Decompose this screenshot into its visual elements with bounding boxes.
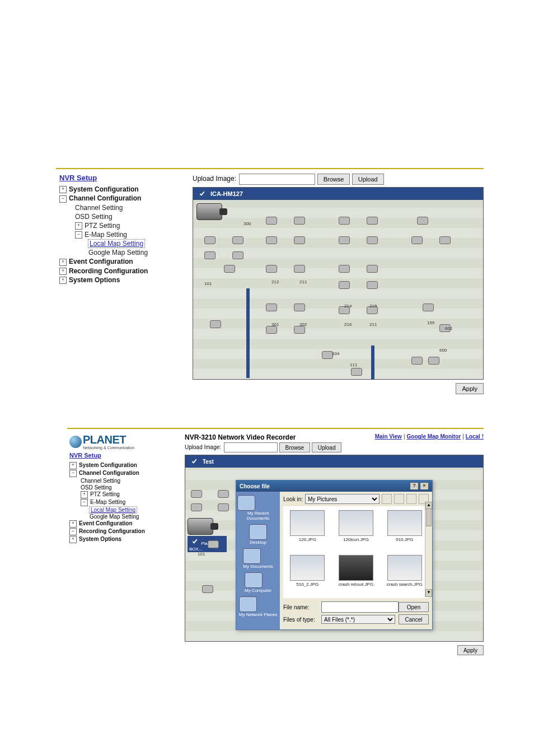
back-icon[interactable] xyxy=(382,494,392,504)
camera-visible-checkbox[interactable] xyxy=(199,190,205,197)
camera-marker[interactable] xyxy=(367,236,378,244)
camera-marker[interactable] xyxy=(266,236,277,244)
camera-marker[interactable] xyxy=(204,236,216,244)
camera-marker[interactable] xyxy=(367,217,378,225)
camera-marker[interactable] xyxy=(266,304,277,311)
tree-item-google-map-setting[interactable]: Google Map Setting xyxy=(59,249,188,256)
place-my-computer[interactable]: My Computer xyxy=(245,572,271,593)
tree-item-osd-setting[interactable]: OSD Setting xyxy=(59,213,188,221)
open-button[interactable]: Open xyxy=(399,602,429,612)
tree-item-event-configuration[interactable]: +Event Configuration xyxy=(59,258,188,265)
expand-icon[interactable]: + xyxy=(75,222,82,230)
camera-marker[interactable] xyxy=(266,326,277,334)
file-name-input[interactable] xyxy=(321,601,399,613)
tree-item-channel-configuration[interactable]: −Channel Configuration xyxy=(69,470,181,477)
camera-marker[interactable] xyxy=(294,236,305,244)
apply-button[interactable]: Apply xyxy=(457,645,484,655)
camera-marker[interactable] xyxy=(191,490,202,498)
camera-marker[interactable] xyxy=(339,281,350,289)
camera-checkbox[interactable] xyxy=(191,538,198,545)
file-item[interactable]: 120.JPG xyxy=(287,510,328,549)
look-in-select[interactable]: My Pictures xyxy=(305,494,380,504)
file-item[interactable]: 510_2.JPG xyxy=(287,555,328,594)
camera-marker[interactable] xyxy=(266,217,277,225)
tree-item-system-options[interactable]: +System Options xyxy=(59,276,188,284)
camera-marker[interactable] xyxy=(428,357,439,365)
scrollbar[interactable]: ▲ ▼ xyxy=(425,502,432,597)
tree-item-local-map-setting[interactable]: Local Map Setting xyxy=(69,507,181,513)
expand-icon[interactable]: + xyxy=(59,186,67,193)
nvr-setup-heading[interactable]: NVR Setup xyxy=(59,174,188,182)
expand-icon[interactable]: + xyxy=(59,268,67,275)
camera-marker[interactable] xyxy=(210,320,221,328)
emap-canvas[interactable]: ICA-HM127 xyxy=(193,187,484,380)
tree-item-system-options[interactable]: +System Options xyxy=(69,536,181,543)
link-google-map-monitor[interactable]: Google Map Monitor xyxy=(407,433,461,440)
tree-item-google-map-setting[interactable]: Google Map Setting xyxy=(69,514,181,520)
tree-item-system-configuration[interactable]: +System Configuration xyxy=(69,462,181,469)
place-my-network[interactable]: My Network Places xyxy=(239,596,277,617)
tree-item-system-configuration[interactable]: +System Configuration xyxy=(59,185,188,193)
help-icon[interactable]: ? xyxy=(410,482,419,490)
up-icon[interactable] xyxy=(394,494,404,504)
close-icon[interactable]: × xyxy=(420,482,429,490)
floorplan-image[interactable]: Planet BOX... 101 Choose file ? × xyxy=(185,468,483,641)
collapse-icon[interactable]: − xyxy=(81,499,88,506)
camera-marker[interactable] xyxy=(232,236,243,244)
camera-marker[interactable] xyxy=(224,265,235,273)
camera-marker[interactable] xyxy=(367,265,378,273)
emap-canvas[interactable]: Test Planet BOX... 101 xyxy=(185,455,484,642)
camera-marker[interactable] xyxy=(208,540,219,548)
upload-button[interactable]: Upload xyxy=(352,174,384,185)
camera-marker[interactable] xyxy=(417,217,428,225)
tree-item-ptz-setting[interactable]: +PTZ Setting xyxy=(69,491,181,498)
expand-icon[interactable]: + xyxy=(59,277,67,284)
camera-marker[interactable] xyxy=(266,265,277,273)
place-desktop[interactable]: Desktop xyxy=(249,524,267,545)
tree-item-recording-configuration[interactable]: −Recording Configuration xyxy=(69,528,181,535)
browse-button[interactable]: Browse xyxy=(279,442,310,452)
tree-item-emap-setting[interactable]: −E-Map Setting xyxy=(69,499,181,506)
camera-draggable[interactable]: Planet BOX... xyxy=(188,518,227,552)
camera-marker[interactable] xyxy=(367,281,378,289)
upload-path-input[interactable] xyxy=(239,174,315,185)
camera-draggable[interactable] xyxy=(196,203,236,220)
expand-icon[interactable]: + xyxy=(69,536,77,543)
link-main-view[interactable]: Main View xyxy=(375,433,402,440)
file-item[interactable]: crash reboot.JPG xyxy=(336,555,377,594)
camera-marker[interactable] xyxy=(351,368,362,376)
camera-visible-checkbox[interactable] xyxy=(191,458,198,465)
camera-marker[interactable] xyxy=(339,217,350,225)
tree-item-channel-setting[interactable]: Channel Setting xyxy=(69,478,181,484)
tree-item-emap-setting[interactable]: −E-Map Setting xyxy=(59,231,188,239)
place-my-recent[interactable]: My Recent Documents xyxy=(237,495,279,521)
tree-item-osd-setting[interactable]: OSD Setting xyxy=(69,484,181,491)
expand-icon[interactable]: + xyxy=(69,520,77,528)
place-my-documents[interactable]: My Documents xyxy=(243,548,273,569)
file-item[interactable]: 510.JPG xyxy=(384,510,425,549)
tree-item-channel-configuration[interactable]: −Channel Configuration xyxy=(59,194,188,202)
link-local[interactable]: Local ! xyxy=(466,433,484,440)
collapse-icon[interactable]: − xyxy=(59,195,67,203)
tree-item-ptz-setting[interactable]: +PTZ Setting xyxy=(59,222,188,230)
expand-icon[interactable]: + xyxy=(59,259,67,266)
camera-marker[interactable] xyxy=(232,251,243,259)
tree-item-local-map-setting[interactable]: Local Map Setting xyxy=(59,240,188,248)
camera-marker[interactable] xyxy=(218,503,229,511)
file-type-select[interactable]: All Files (*.*) xyxy=(321,615,395,624)
camera-marker[interactable] xyxy=(204,251,216,259)
camera-marker[interactable] xyxy=(411,236,423,244)
apply-button[interactable]: Apply xyxy=(456,383,484,394)
scroll-thumb[interactable] xyxy=(426,508,432,526)
camera-marker[interactable] xyxy=(294,326,305,334)
cancel-button[interactable]: Cancel xyxy=(399,614,429,624)
scroll-down-icon[interactable]: ▼ xyxy=(425,589,432,597)
camera-marker[interactable] xyxy=(423,304,434,311)
camera-marker[interactable] xyxy=(294,217,305,225)
collapse-icon[interactable]: − xyxy=(69,470,77,477)
dialog-titlebar[interactable]: Choose file ? × xyxy=(236,480,432,492)
upload-button[interactable]: Upload xyxy=(312,442,342,452)
camera-marker[interactable] xyxy=(294,304,305,311)
collapse-icon[interactable]: − xyxy=(75,231,82,239)
expand-icon[interactable]: + xyxy=(69,462,77,469)
